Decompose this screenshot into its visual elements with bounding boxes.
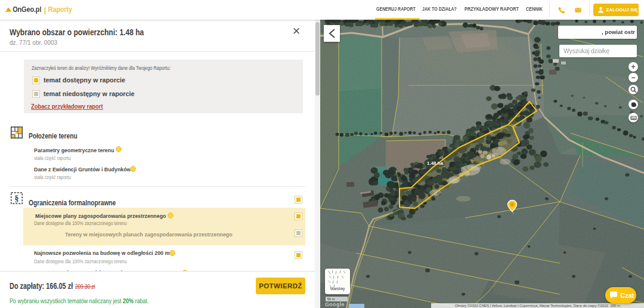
svg-text:1.48 ha: 1.48 ha [427, 161, 444, 166]
svg-text:km: km [631, 116, 636, 119]
svg-text:§: § [15, 194, 19, 203]
